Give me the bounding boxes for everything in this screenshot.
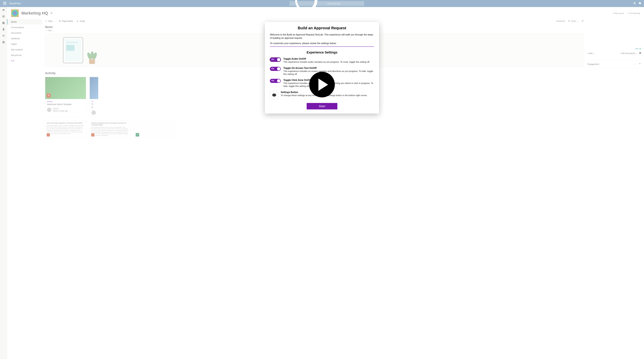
- toggle-audio[interactable]: On: [270, 58, 281, 62]
- setting-body: This experience includes audio narration…: [283, 61, 370, 64]
- modal-intro: Welcome to the Build an Approval Request…: [270, 33, 374, 40]
- toggle-click-zone[interactable]: On: [270, 79, 281, 83]
- modal-title: Build an Approval Request: [270, 26, 374, 30]
- gear-icon: [272, 93, 276, 97]
- modal-intro2: To customize your experience, please rev…: [270, 42, 374, 47]
- setting-audio: On Toggle Audio On/Off This experience i…: [270, 58, 374, 64]
- start-button[interactable]: Start: [307, 103, 337, 109]
- simlab-modal: Build an Approval Request Welcome to the…: [265, 22, 379, 114]
- setting-title: Toggle On-Screen Text On/Off: [283, 67, 374, 70]
- settings-gear-box: [270, 91, 278, 99]
- modal-subhead: Experience Settings: [270, 51, 374, 54]
- play-button[interactable]: [309, 72, 335, 97]
- setting-title: Toggle Audio On/Off: [283, 58, 370, 60]
- toggle-onscreen-text[interactable]: On: [270, 67, 281, 71]
